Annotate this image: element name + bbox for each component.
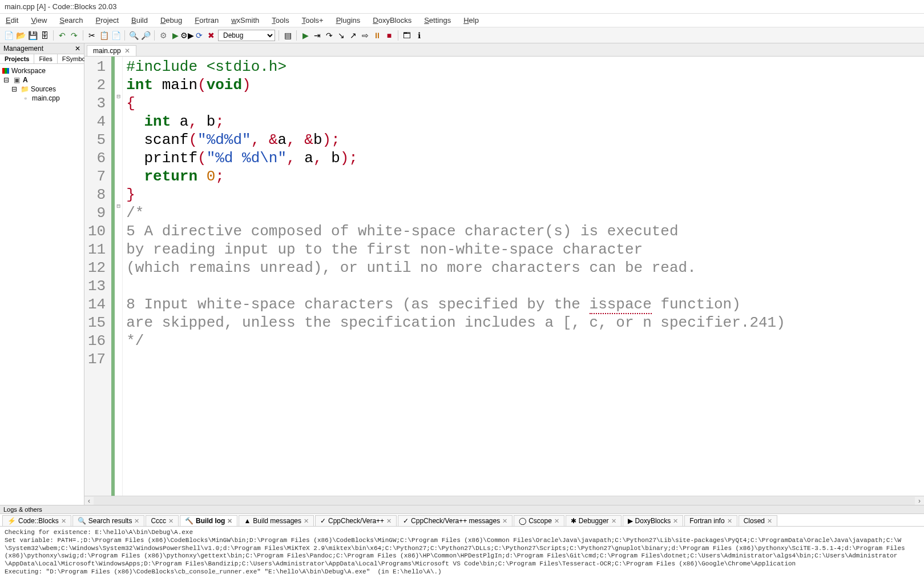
tab-close-icon[interactable]: ✕ xyxy=(134,517,139,525)
panel-close-icon[interactable]: ✕ xyxy=(75,45,80,53)
debug-run-icon[interactable]: ▶ xyxy=(300,30,310,41)
menu-build[interactable]: Build xyxy=(129,15,150,26)
panel-tab-files[interactable]: Files xyxy=(34,54,57,63)
fold-margin[interactable]: ⊟⊟ xyxy=(115,57,123,496)
build-icon[interactable]: ⚙ xyxy=(158,30,168,41)
tab-close-icon[interactable]: ✕ xyxy=(502,517,507,525)
menu-plugins[interactable]: Plugins xyxy=(334,15,363,26)
run-icon[interactable]: ▶ xyxy=(170,30,180,41)
file-node[interactable]: ▫ main.cpp xyxy=(2,94,82,103)
undo-icon[interactable]: ↶ xyxy=(57,30,67,41)
build-target-select[interactable]: Debug xyxy=(218,30,275,41)
menu-fortran[interactable]: Fortran xyxy=(192,15,221,26)
project-node[interactable]: ⊟ ▣ A xyxy=(2,75,82,85)
log-tab-cppcheck-vera-[interactable]: ✓CppCheck/Vera++✕ xyxy=(315,515,397,526)
rebuild-icon[interactable]: ⟳ xyxy=(194,30,204,41)
stop-build-icon[interactable]: ✖ xyxy=(206,30,216,41)
tab-icon: 🔍 xyxy=(78,517,86,525)
file-tab-close-icon[interactable]: ✕ xyxy=(124,47,130,55)
sidebar-toggle-icon[interactable]: ▤ xyxy=(283,30,293,41)
workspace-node[interactable]: Workspace xyxy=(2,66,82,75)
management-panel: Management ✕ ProjectsFilesFSymbols Works… xyxy=(0,43,84,505)
redo-icon[interactable]: ↷ xyxy=(69,30,79,41)
window-title: main.cpp [A] - Code::Blocks 20.03 xyxy=(0,0,924,14)
step-into-icon[interactable]: ↘ xyxy=(336,30,346,41)
run-to-cursor-icon[interactable]: ⇥ xyxy=(312,30,322,41)
next-instr-icon[interactable]: ⇨ xyxy=(360,30,370,41)
file-tab[interactable]: main.cpp ✕ xyxy=(87,45,136,56)
menu-tools+[interactable]: Tools+ xyxy=(300,15,326,26)
log-tab-search-results[interactable]: 🔍Search results✕ xyxy=(72,515,145,526)
menu-view[interactable]: View xyxy=(29,15,49,26)
build-log-output[interactable]: Checking for existence: E:\hello\A\bin\D… xyxy=(0,527,924,578)
build-run-icon[interactable]: ⚙▶ xyxy=(182,30,192,41)
tab-close-icon[interactable]: ✕ xyxy=(304,517,309,525)
tab-label: Cccc xyxy=(151,517,166,525)
stop-debug-icon[interactable]: ■ xyxy=(384,30,394,41)
tab-label: DoxyBlocks xyxy=(635,517,671,525)
menu-project[interactable]: Project xyxy=(94,15,121,26)
tab-close-icon[interactable]: ✕ xyxy=(227,517,232,525)
save-all-icon[interactable]: 🗄 xyxy=(39,30,50,41)
expand-icon[interactable]: ⊟ xyxy=(10,85,18,93)
workspace-icon xyxy=(2,68,9,74)
code-editor[interactable]: 1234567891011121314151617 ⊟⊟ #include <s… xyxy=(84,57,924,496)
tab-label: Debugger xyxy=(579,517,609,525)
line-number-gutter: 1234567891011121314151617 xyxy=(84,57,115,496)
save-icon[interactable]: 💾 xyxy=(27,30,38,41)
step-over-icon[interactable]: ↷ xyxy=(324,30,334,41)
menu-bar: EditViewSearchProjectBuildDebugFortranwx… xyxy=(0,14,924,27)
tab-close-icon[interactable]: ✕ xyxy=(767,517,772,525)
project-icon: ▣ xyxy=(13,76,21,84)
step-out-icon[interactable]: ↗ xyxy=(348,30,358,41)
log-tab-cscope[interactable]: ◯Cscope✕ xyxy=(514,515,564,526)
code-area[interactable]: #include <stdio.h>int main(void){ int a,… xyxy=(123,57,924,496)
tab-close-icon[interactable]: ✕ xyxy=(554,517,559,525)
new-file-icon[interactable]: 📄 xyxy=(3,30,14,41)
tab-close-icon[interactable]: ✕ xyxy=(611,517,616,525)
panel-tab-projects[interactable]: Projects xyxy=(0,54,34,63)
horizontal-scrollbar[interactable]: ‹ › xyxy=(84,496,924,505)
log-tab-cppcheck-vera-messages[interactable]: ✓CppCheck/Vera++ messages✕ xyxy=(398,515,513,526)
replace-icon[interactable]: 🔎 xyxy=(140,30,151,41)
menu-settings[interactable]: Settings xyxy=(422,15,453,26)
project-label: A xyxy=(23,76,28,84)
open-icon[interactable]: 📂 xyxy=(15,30,26,41)
tab-close-icon[interactable]: ✕ xyxy=(727,517,732,525)
log-tab-doxyblocks[interactable]: ▶DoxyBlocks✕ xyxy=(623,515,684,526)
log-tab-code-blocks[interactable]: ⚡Code::Blocks✕ xyxy=(2,515,71,526)
menu-wxsmith[interactable]: wxSmith xyxy=(229,15,261,26)
find-icon[interactable]: 🔍 xyxy=(128,30,139,41)
tab-close-icon[interactable]: ✕ xyxy=(61,517,66,525)
tab-close-icon[interactable]: ✕ xyxy=(673,517,678,525)
folder-node[interactable]: ⊟ 📁 Sources xyxy=(2,85,82,94)
log-tab-cccc[interactable]: Cccc✕ xyxy=(146,515,179,526)
log-tab-debugger[interactable]: ✱Debugger✕ xyxy=(566,515,622,526)
log-tab-fortran-info[interactable]: Fortran info✕ xyxy=(684,515,737,526)
tab-icon: ✓ xyxy=(320,517,326,525)
menu-tools[interactable]: Tools xyxy=(269,15,291,26)
tab-label: Code::Blocks xyxy=(18,517,59,525)
break-icon[interactable]: ⏸ xyxy=(372,30,382,41)
project-tree[interactable]: Workspace ⊟ ▣ A ⊟ 📁 Sources ▫ main.cpp xyxy=(0,64,84,505)
menu-doxyblocks[interactable]: DoxyBlocks xyxy=(370,15,414,26)
tab-close-icon[interactable]: ✕ xyxy=(168,517,173,525)
menu-help[interactable]: Help xyxy=(461,15,481,26)
log-tab-closed[interactable]: Closed✕ xyxy=(739,515,777,526)
menu-debug[interactable]: Debug xyxy=(158,15,184,26)
panel-title-label: Management xyxy=(3,45,43,53)
log-tab-build-messages[interactable]: ▲Build messages✕ xyxy=(239,515,314,526)
debug-windows-icon[interactable]: 🗔 xyxy=(402,30,412,41)
copy-icon[interactable]: 📋 xyxy=(99,30,109,41)
tab-close-icon[interactable]: ✕ xyxy=(386,517,392,525)
scroll-left-icon[interactable]: ‹ xyxy=(84,497,94,505)
info-icon[interactable]: ℹ xyxy=(414,30,424,41)
log-tab-build-log[interactable]: 🔨Build log✕ xyxy=(180,515,237,526)
cut-icon[interactable]: ✂ xyxy=(87,30,97,41)
paste-icon[interactable]: 📄 xyxy=(111,30,121,41)
menu-edit[interactable]: Edit xyxy=(3,15,21,26)
tab-icon: ✓ xyxy=(403,517,409,525)
expand-icon[interactable]: ⊟ xyxy=(2,76,10,84)
menu-search[interactable]: Search xyxy=(57,15,85,26)
scroll-right-icon[interactable]: › xyxy=(915,497,924,505)
